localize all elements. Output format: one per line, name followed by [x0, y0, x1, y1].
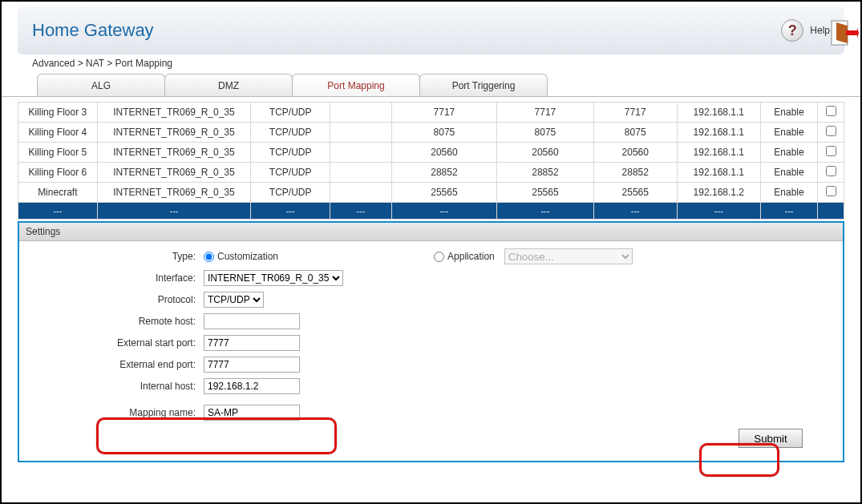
table-cell: Enable — [760, 183, 817, 203]
table-cell — [330, 183, 391, 203]
table-cell: 28852 — [497, 163, 594, 183]
table-cell: Enable — [760, 103, 817, 123]
header-bar: Home Gateway ? Help — [18, 6, 844, 54]
label-protocol: Protocol: — [27, 294, 204, 305]
table-row: MinecraftINTERNET_TR069_R_0_35TCP/UDP255… — [18, 183, 844, 203]
table-cell: 25565 — [497, 183, 594, 203]
table-cell: Enable — [760, 123, 817, 143]
radio-application-input[interactable] — [434, 252, 444, 262]
table-filler-row: --------------------------- — [18, 203, 844, 220]
label-int-host: Internal host: — [27, 381, 204, 392]
settings-panel: Settings Type: Customization Application… — [18, 221, 844, 462]
label-ext-end: External end port: — [27, 359, 204, 370]
table-cell: INTERNET_TR069_R_0_35 — [97, 123, 251, 143]
tab-port-mapping[interactable]: Port Mapping — [292, 74, 420, 96]
table-cell: Enable — [760, 163, 817, 183]
row-checkbox-cell — [818, 183, 844, 203]
external-start-port-input[interactable] — [204, 335, 300, 351]
table-cell: 7717 — [391, 103, 496, 123]
filler-cell: --- — [391, 203, 496, 220]
filler-cell: --- — [330, 203, 391, 220]
remote-host-input[interactable] — [204, 313, 300, 329]
row-checkbox-cell — [818, 103, 844, 123]
table-row: Killing Floor 6INTERNET_TR069_R_0_35TCP/… — [18, 163, 844, 183]
filler-cell — [818, 203, 844, 220]
table-cell: INTERNET_TR069_R_0_35 — [97, 143, 251, 163]
table-cell: Killing Floor 4 — [18, 123, 98, 143]
content-area: Killing Floor 3INTERNET_TR069_R_0_35TCP/… — [2, 96, 860, 462]
table-cell — [330, 103, 391, 123]
table-cell: INTERNET_TR069_R_0_35 — [97, 103, 251, 123]
row-checkbox[interactable] — [826, 106, 836, 116]
table-cell — [330, 163, 391, 183]
help-icon: ? — [781, 19, 803, 42]
mapping-name-input[interactable] — [204, 405, 300, 421]
tab-dmz[interactable]: DMZ — [164, 74, 293, 96]
table-cell: 7717 — [593, 103, 677, 123]
label-ext-start: External start port: — [27, 337, 204, 349]
external-end-port-input[interactable] — [204, 357, 300, 373]
table-cell: 192.168.1.2 — [677, 183, 760, 203]
table-cell: TCP/UDP — [251, 143, 330, 163]
table-cell: TCP/UDP — [251, 123, 330, 143]
row-checkbox[interactable] — [826, 126, 836, 136]
table-cell: 8075 — [391, 123, 496, 143]
filler-cell: --- — [251, 203, 330, 220]
table-cell: INTERNET_TR069_R_0_35 — [97, 163, 251, 183]
help-label: Help — [810, 25, 830, 36]
label-interface: Interface: — [27, 272, 204, 284]
radio-customization[interactable]: Customization — [204, 251, 278, 262]
filler-cell: --- — [760, 203, 817, 220]
table-cell: 192.168.1.1 — [677, 163, 760, 183]
table-cell: Minecraft — [18, 183, 98, 203]
table-cell: 192.168.1.1 — [677, 123, 760, 143]
table-cell: 20560 — [497, 143, 594, 163]
help-link[interactable]: ? Help — [781, 19, 830, 42]
row-checkbox[interactable] — [826, 166, 836, 176]
table-cell: Killing Floor 3 — [18, 103, 98, 123]
internal-host-input[interactable] — [204, 378, 300, 394]
table-cell: INTERNET_TR069_R_0_35 — [97, 183, 251, 203]
tab-bar: ALG DMZ Port Mapping Port Triggering — [2, 74, 860, 96]
settings-title: Settings — [19, 223, 843, 241]
submit-button[interactable]: Submit — [739, 429, 803, 448]
table-cell: 28852 — [391, 163, 496, 183]
row-checkbox-cell — [818, 123, 844, 143]
exit-icon[interactable] — [828, 18, 859, 48]
label-mapping-name: Mapping name: — [27, 407, 204, 418]
row-checkbox-cell — [818, 163, 844, 183]
table-cell: Enable — [760, 143, 817, 163]
filler-cell: --- — [593, 203, 677, 220]
row-checkbox[interactable] — [826, 146, 836, 156]
table-cell: 192.168.1.1 — [677, 103, 760, 123]
table-cell: 7717 — [497, 103, 594, 123]
port-mapping-table: Killing Floor 3INTERNET_TR069_R_0_35TCP/… — [18, 102, 844, 220]
table-cell: 20560 — [391, 143, 496, 163]
table-cell: TCP/UDP — [251, 183, 330, 203]
table-cell: 25565 — [593, 183, 677, 203]
filler-cell: --- — [497, 203, 594, 220]
label-type: Type: — [27, 251, 204, 262]
table-cell: 28852 — [593, 163, 677, 183]
table-cell — [330, 143, 391, 163]
filler-cell: --- — [97, 203, 251, 220]
breadcrumb: Advanced > NAT > Port Mapping — [2, 56, 860, 74]
table-cell: 20560 — [593, 143, 677, 163]
table-row: Killing Floor 5INTERNET_TR069_R_0_35TCP/… — [18, 143, 844, 163]
table-cell: Killing Floor 6 — [18, 163, 98, 183]
row-checkbox[interactable] — [826, 186, 836, 196]
tab-alg[interactable]: ALG — [37, 74, 165, 96]
table-cell: 192.168.1.1 — [677, 143, 760, 163]
radio-customization-input[interactable] — [204, 252, 214, 262]
table-cell — [330, 123, 391, 143]
row-checkbox-cell — [818, 143, 844, 163]
table-cell: TCP/UDP — [251, 103, 330, 123]
tab-port-triggering[interactable]: Port Triggering — [419, 74, 548, 96]
radio-application[interactable]: Application — [434, 251, 495, 262]
protocol-select[interactable]: TCP/UDP — [204, 292, 264, 308]
interface-select[interactable]: INTERNET_TR069_R_0_35 — [204, 270, 343, 286]
table-row: Killing Floor 4INTERNET_TR069_R_0_35TCP/… — [18, 123, 844, 143]
label-remote-host: Remote host: — [27, 316, 204, 327]
table-row: Killing Floor 3INTERNET_TR069_R_0_35TCP/… — [18, 103, 844, 123]
filler-cell: --- — [18, 203, 98, 220]
